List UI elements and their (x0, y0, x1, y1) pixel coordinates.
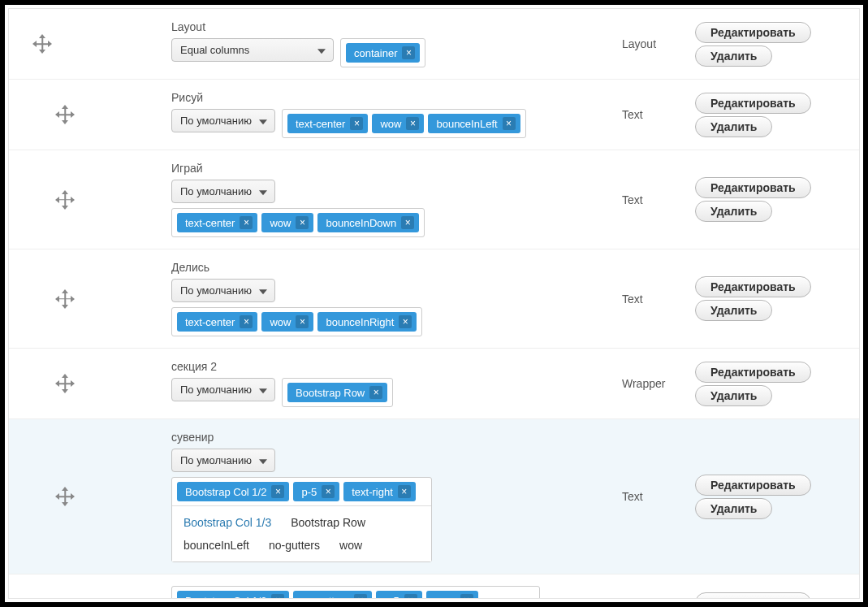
tag-box[interactable]: Bootstrap Col 1/2×no-gutters×p-5×wow×bou… (171, 586, 540, 599)
tag-remove-icon[interactable]: × (240, 315, 253, 328)
tag-label: wow (270, 316, 291, 328)
tag-remove-icon[interactable]: × (354, 594, 367, 599)
drag-handle-icon[interactable] (58, 193, 72, 207)
block-type: Text (622, 108, 695, 121)
tag: wow× (426, 591, 478, 599)
tag: Bootstrap Row× (287, 383, 387, 402)
main-cell: LayoutEqual columnscontainer× (171, 20, 622, 67)
main-cell: Bootstrap Col 1/2×no-gutters×p-5×wow×bou… (171, 586, 622, 599)
actions-cell: РедактироватьУдалить (695, 93, 849, 137)
tag-label: bounceInDown (326, 217, 396, 229)
tag: text-center× (177, 213, 257, 232)
block-row: LayoutEqual columnscontainer×LayoutРедак… (9, 9, 859, 80)
delete-button[interactable]: Удалить (695, 116, 772, 137)
tag-remove-icon[interactable]: × (296, 315, 309, 328)
tag-remove-icon[interactable]: × (406, 117, 419, 130)
tag-box[interactable]: text-center×wow×bounceInDown× (171, 208, 425, 237)
preset-select-wrap: По умолчанию (171, 180, 275, 203)
suggestion-item[interactable]: wow (339, 539, 362, 552)
tag-label: wow (270, 217, 291, 229)
suggestion-item[interactable]: bounceInLeft (184, 539, 249, 552)
tag-label: text-center (185, 316, 235, 328)
preset-select[interactable]: По умолчанию (171, 180, 275, 203)
tag-remove-icon[interactable]: × (404, 594, 417, 599)
tag-box[interactable]: Bootstrap Col 1/2×p-5×text-right×Bootstr… (171, 477, 432, 562)
tag: text-right× (343, 482, 416, 501)
delete-button[interactable]: Удалить (695, 498, 772, 519)
drag-cell (9, 489, 171, 504)
drag-handle-icon[interactable] (58, 376, 72, 391)
actions-cell: РедактироватьУдалить (695, 592, 849, 600)
tag-label: bounceInLeft (436, 118, 497, 130)
suggestion-item[interactable]: no-gutters (269, 539, 320, 552)
drag-handle-icon[interactable] (58, 489, 72, 504)
tag: wow× (261, 312, 313, 332)
drag-handle-icon[interactable] (58, 292, 72, 306)
main-cell: секция 2По умолчаниюBootstrap Row× (171, 360, 622, 407)
preset-select[interactable]: По умолчанию (171, 378, 275, 401)
tag-remove-icon[interactable]: × (350, 117, 363, 130)
edit-button[interactable]: Редактировать (695, 177, 811, 198)
delete-button[interactable]: Удалить (695, 46, 772, 67)
drag-cell (9, 376, 171, 391)
tag-remove-icon[interactable]: × (271, 594, 284, 599)
block-title: секция 2 (171, 360, 622, 373)
tag-remove-icon[interactable]: × (398, 485, 411, 498)
preset-select[interactable]: По умолчанию (171, 449, 275, 472)
tag-remove-icon[interactable]: × (401, 216, 414, 229)
tag-remove-icon[interactable]: × (322, 485, 335, 498)
tag-remove-icon[interactable]: × (369, 386, 382, 399)
tag-box[interactable]: container× (340, 38, 425, 67)
main-cell: ИграйПо умолчаниюtext-center×wow×bounceI… (171, 162, 622, 237)
tag-remove-icon[interactable]: × (240, 216, 253, 229)
drag-cell (9, 107, 171, 122)
block-type: Text (622, 293, 695, 306)
preset-select[interactable]: По умолчанию (171, 279, 275, 302)
tag: container× (346, 43, 420, 63)
suggestion-item[interactable]: Bootstrap Row (291, 516, 365, 529)
tag-remove-icon[interactable]: × (296, 216, 309, 229)
tag: text-center× (287, 114, 368, 133)
tag-label: text-right (352, 486, 393, 498)
tag-remove-icon[interactable]: × (503, 117, 516, 130)
drag-handle-icon[interactable] (35, 37, 50, 51)
actions-cell: РедактироватьУдалить (695, 276, 849, 321)
edit-button[interactable]: Редактировать (695, 276, 811, 297)
main-cell: сувенирПо умолчаниюBootstrap Col 1/2×p-5… (171, 431, 622, 562)
block-type: Text (622, 193, 695, 206)
delete-button[interactable]: Удалить (695, 201, 772, 222)
drag-handle-icon[interactable] (58, 107, 72, 122)
tag-remove-icon[interactable]: × (402, 46, 415, 59)
edit-button[interactable]: Редактировать (695, 592, 811, 600)
preset-select-wrap: По умолчанию (171, 449, 275, 472)
tag-label: p-5 (384, 595, 399, 600)
tag-label: container (354, 47, 397, 59)
tag-label: Bootstrap Col 1/2 (185, 595, 266, 600)
suggestion-item[interactable]: Bootstrap Col 1/3 (184, 516, 271, 529)
tag-remove-icon[interactable]: × (399, 315, 412, 328)
block-type: Layout (622, 37, 695, 50)
tag-label: Bootstrap Row (296, 387, 365, 399)
tag-input[interactable] (421, 486, 426, 498)
tag-box[interactable]: Bootstrap Row× (282, 378, 393, 407)
tag-label: text-center (185, 217, 235, 229)
tag-box[interactable]: text-center×wow×bounceInRight× (171, 307, 422, 336)
tag-label: wow (434, 595, 456, 600)
delete-button[interactable]: Удалить (695, 385, 772, 406)
preset-select[interactable]: Equal columns (171, 38, 334, 62)
preset-select[interactable]: По умолчанию (171, 109, 275, 132)
edit-button[interactable]: Редактировать (695, 475, 811, 496)
tag-box[interactable]: text-center×wow×bounceInLeft× (282, 109, 526, 138)
edit-button[interactable]: Редактировать (695, 93, 811, 114)
block-row: Bootstrap Col 1/2×no-gutters×p-5×wow×bou… (9, 574, 859, 599)
tag-label: text-center (296, 118, 345, 130)
delete-button[interactable]: Удалить (695, 300, 772, 321)
drag-cell (9, 37, 171, 51)
block-title: Играй (171, 162, 622, 175)
edit-button[interactable]: Редактировать (695, 362, 811, 383)
tag-remove-icon[interactable]: × (460, 594, 473, 599)
tag-remove-icon[interactable]: × (271, 485, 284, 498)
main-cell: РисуйПо умолчаниюtext-center×wow×bounceI… (171, 91, 622, 138)
tag-suggestions: Bootstrap Col 1/3Bootstrap RowbounceInLe… (172, 505, 431, 561)
edit-button[interactable]: Редактировать (695, 22, 811, 43)
